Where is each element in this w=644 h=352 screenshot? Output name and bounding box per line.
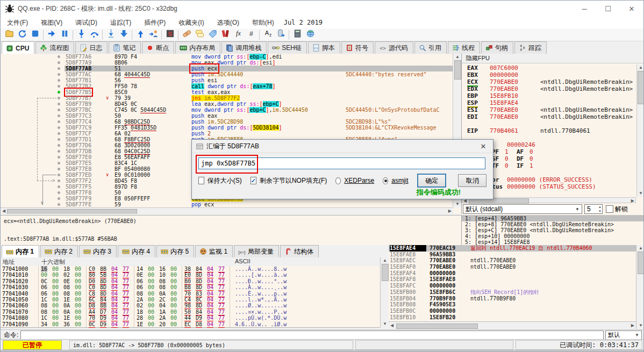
row-dot-icon[interactable] xyxy=(58,179,60,182)
row-dot-icon[interactable] xyxy=(58,203,60,206)
tab-内存 3[interactable]: 内存 3 xyxy=(79,245,117,257)
tab-源代码[interactable]: <>源代码 xyxy=(375,41,413,54)
disasm-row[interactable]: 5D8F77B2FF50 78call dword ptr ds:[eax+78… xyxy=(1,83,461,89)
argument-count-stepper[interactable]: 5 ▲▼ xyxy=(584,204,603,214)
tab-内存 2[interactable]: 内存 2 xyxy=(40,245,78,257)
stack-horizontal-scrollbar[interactable]: ◀ ▶ xyxy=(389,321,636,329)
stop-button[interactable] xyxy=(28,29,41,41)
tab-日志[interactable]: 日志 xyxy=(75,41,108,54)
menu-item-0[interactable]: 文件(F) xyxy=(1,17,34,28)
menu-item-5[interactable]: 收藏夹(I) xyxy=(172,17,210,28)
breakpoints-button[interactable] xyxy=(219,29,232,41)
row-dot-icon[interactable] xyxy=(58,138,60,141)
row-dot-icon[interactable] xyxy=(58,168,60,170)
strings-button[interactable]: Az xyxy=(261,29,274,41)
disasm-row[interactable]: 5D8F77B7∨79 39jns im.5D8F77F2 xyxy=(1,95,461,101)
memory-dump-panel[interactable]: 7704100016001800C08B04771400160038840477… xyxy=(1,266,380,328)
unlock-checkbox[interactable]: 解锁 xyxy=(606,205,628,214)
restart-button[interactable] xyxy=(16,29,28,41)
stack-row[interactable]: 15E8FAF815E8FAE8 xyxy=(389,276,636,283)
row-dot-icon[interactable] xyxy=(58,156,60,159)
disasm-row[interactable]: 5D8F77AB51push ecx xyxy=(1,66,461,71)
stack-row[interactable]: 15E8FAE896A59BB3 xyxy=(389,252,636,258)
disassembly-horizontal-scrollbar[interactable]: ◀ ▶ xyxy=(1,207,453,214)
hide-fpu-button[interactable]: 隐藏FPU xyxy=(462,54,644,63)
command-profile-select[interactable]: 默认 ▼ xyxy=(605,331,642,340)
trace-into-button[interactable] xyxy=(104,29,117,41)
run-to-user-button[interactable] xyxy=(147,29,160,41)
dump-row[interactable]: 7704106008000A00D88B047702000400988D0477… xyxy=(1,303,380,308)
register-row[interactable]: EBP15E8FB10 xyxy=(462,92,636,99)
argument-row[interactable]: 2: [esp+8] 770EABE0 <ntdll.DbgUiRemoteBr… xyxy=(462,221,644,227)
disasm-row[interactable]: 5D8F77B585C0test eax,eax xyxy=(1,89,461,95)
globe-button[interactable] xyxy=(304,29,317,41)
disasm-row[interactable]: 5D8F77BCC745 0C 5044C45Dmov dword ptr ss… xyxy=(1,107,461,113)
fx-button[interactable]: fx xyxy=(232,29,245,41)
row-dot-icon[interactable] xyxy=(58,97,60,99)
stack-row[interactable]: 15E8FAF400000000 xyxy=(389,270,636,277)
tab-内存 5[interactable]: 内存 5 xyxy=(156,245,194,257)
tab-局部变量[interactable]: [x=]局部变量 xyxy=(234,245,279,257)
stack-vertical-scrollbar[interactable]: ▲ ▼ xyxy=(636,245,644,329)
tab-内存 1[interactable]: 内存 1 xyxy=(2,245,39,258)
close-button[interactable]: ✕ xyxy=(620,1,643,16)
disasm-row[interactable]: 5D8F77A98B06mov eax,dword ptr ds:[esi] xyxy=(1,60,461,66)
xedparse-radio[interactable] xyxy=(335,177,341,184)
register-row[interactable]: EDX770EABE0<ntdll.DbgUiRemoteBreakin> xyxy=(462,85,636,92)
row-dot-icon[interactable] xyxy=(58,174,60,176)
tab-CPU[interactable]: CPU xyxy=(2,41,34,54)
register-row[interactable]: ESP15E8FAE4 xyxy=(462,99,636,106)
cancel-button[interactable]: 取消 xyxy=(458,174,486,187)
pause-button[interactable] xyxy=(58,29,71,41)
disasm-row[interactable]: 5D8F77FE59pop ecx xyxy=(1,202,461,207)
stack-row[interactable]: 15E8FAEC770EABE0ntdll.770EABE0 xyxy=(389,257,636,264)
menu-item-7[interactable]: 帮助(H) xyxy=(246,17,281,28)
step-into-button[interactable] xyxy=(75,29,88,41)
command-input[interactable] xyxy=(20,331,604,340)
stack-row[interactable]: 15E8FAE4770EAC19返回到 ntdll.770EAC19 自 ntd… xyxy=(389,245,636,252)
nop-fill-checkbox[interactable]: ✓ xyxy=(251,177,256,184)
patches-button[interactable] xyxy=(180,29,193,41)
row-dot-icon[interactable] xyxy=(58,67,60,70)
row-dot-icon[interactable] xyxy=(58,120,60,123)
disasm-row[interactable]: 5D8F77AC68 4044C45Dpush im.5DC444405DC44… xyxy=(1,71,461,77)
register-row[interactable]: EAX007C6000 xyxy=(462,64,636,71)
asmjit-radio[interactable] xyxy=(383,177,388,184)
menu-item-1[interactable]: 视图(V) xyxy=(34,17,69,28)
registers-vertical-scrollbar[interactable]: ▲ ▼ xyxy=(636,64,644,197)
dump-row[interactable]: 7704101000000200805B04770E001000E08D0477… xyxy=(1,272,380,278)
row-dot-icon[interactable] xyxy=(58,109,60,111)
row-dot-icon[interactable] xyxy=(58,73,60,76)
row-dot-icon[interactable] xyxy=(58,162,60,164)
stack-row[interactable]: 15E8FB04770B9F80ntdll.770B9F80 xyxy=(389,296,636,302)
register-row[interactable]: EIP770B4061ntdll.770B4061 xyxy=(462,127,636,134)
disasm-row[interactable]: 5D8F77A6897D F4mov dword ptr ss:[ebp-C],… xyxy=(1,54,461,60)
dump-row[interactable]: 7704100016001800C08B04771400160038840477… xyxy=(1,266,380,272)
menu-item-3[interactable]: 追踪(T) xyxy=(104,17,138,28)
argument-row[interactable]: 1: [esp+4] 96A59BB3 xyxy=(462,215,644,221)
stack-row[interactable]: 15E8FAFC00000000 xyxy=(389,283,636,289)
keep-size-checkbox[interactable] xyxy=(198,177,204,184)
disasm-row[interactable]: 5D8F77B156push esi xyxy=(1,77,461,83)
maximize-button[interactable]: ☐ xyxy=(596,1,620,16)
tab-流程图[interactable]: 流程图 xyxy=(35,41,74,54)
disasm-row[interactable]: 5D8F77C350push eax xyxy=(1,113,461,119)
argument-row[interactable]: 4: [esp+10] 00000000 xyxy=(462,233,644,239)
open-file-button[interactable] xyxy=(3,29,16,41)
tab-符号[interactable]: 符号 xyxy=(341,41,374,54)
settings-s-button[interactable]: S xyxy=(163,29,176,41)
tab-引用[interactable]: 引用 xyxy=(414,41,447,54)
tab-脚本[interactable]: <>脚本 xyxy=(308,41,340,54)
tab-内存布局[interactable]: 内存布局 xyxy=(175,41,220,54)
disasm-row[interactable]: 5D8F77C9FF35 0481D35Dpush dword ptr ds:[… xyxy=(1,125,461,131)
execute-till-return-button[interactable] xyxy=(134,29,147,41)
register-row[interactable]: EBX00000000 xyxy=(462,71,636,78)
comments-button[interactable] xyxy=(193,29,206,41)
hash-button[interactable]: # xyxy=(245,29,257,41)
dump-row[interactable]: 7704104006000800C88D047708000A0070830477… xyxy=(1,291,380,297)
row-dot-icon[interactable] xyxy=(58,150,60,153)
call-arguments-list[interactable]: 1: [esp+4] 96A59BB32: [esp+8] 770EABE0 <… xyxy=(462,215,644,245)
dump-row[interactable]: 770410200C000E00D08D047706000800B08D0477… xyxy=(1,278,380,284)
assemble-dialog-titlebar[interactable]: 汇编于 5D8F77AB ✕ xyxy=(192,140,493,153)
dump-row[interactable]: 77041090340036000CD904771E002000ECD80477… xyxy=(1,321,380,327)
